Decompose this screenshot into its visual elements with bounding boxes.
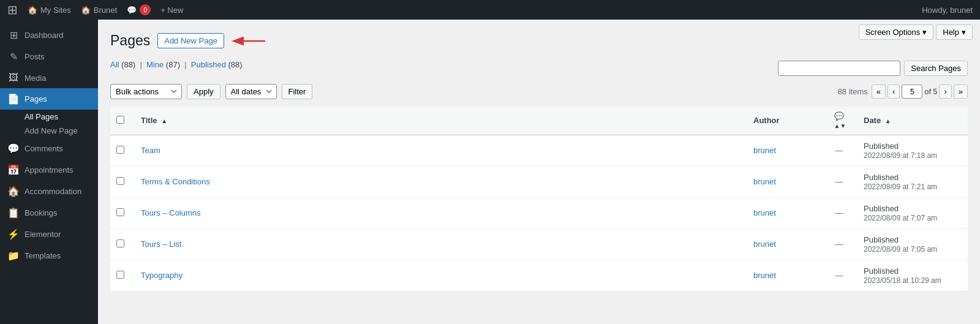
comment-count: — [835, 208, 843, 217]
sidebar-item-media[interactable]: 🖼 Media [0, 67, 98, 88]
row-checkbox-cell [110, 260, 135, 291]
adminbar-new[interactable]: + New [160, 6, 183, 15]
status-date: 2022/08/09 at 7:05 am [864, 245, 937, 254]
table-row: Tours – Columns brunet — Published 2022/… [110, 197, 968, 228]
sidebar-item-appointments[interactable]: 📅 Appointments [0, 159, 98, 181]
help-button[interactable]: Help ▾ [936, 24, 973, 40]
page-title-link[interactable]: Terms & Conditions [141, 177, 210, 186]
filter-published-count: (88) [228, 60, 243, 69]
items-count: 88 items [838, 87, 868, 96]
total-pages: 5 [933, 87, 937, 96]
pagination: « ‹ of 5 › » [872, 85, 968, 99]
adminbar-howdy: Howdy, brunet [922, 6, 973, 15]
row-checkbox-cell [110, 135, 135, 166]
status-text: Published [864, 235, 899, 244]
sidebar-item-bookings[interactable]: 📋 Bookings [0, 202, 98, 224]
actions-bar: Bulk actions Edit Move to Trash Apply Al… [110, 84, 968, 99]
last-page-button[interactable]: » [954, 85, 968, 99]
table-header-title[interactable]: Title ▲ [135, 107, 747, 135]
adminbar-site[interactable]: 🏠 Brunet [81, 6, 117, 15]
table-row: Team brunet — Published 2022/08/09 at 7:… [110, 135, 968, 166]
date-filter-select[interactable]: All dates [225, 84, 277, 99]
row-date-cell: Published 2022/08/09 at 7:21 am [858, 166, 968, 197]
status-date: 2023/05/18 at 10:29 am [864, 276, 941, 285]
bookings-icon: 📋 [7, 207, 20, 219]
row-date-cell: Published 2022/08/09 at 7:07 am [858, 197, 968, 228]
date-sort-label: Date [864, 116, 881, 125]
page-title-link[interactable]: Tours – Columns [141, 208, 201, 217]
sidebar-sub-add-new-page[interactable]: Add New Page [0, 124, 98, 138]
comment-count: — [835, 271, 843, 280]
sidebar-sub-all-pages[interactable]: All Pages [0, 110, 98, 124]
row-checkbox[interactable] [116, 146, 124, 154]
page-title-link[interactable]: Tours – List [141, 239, 181, 249]
page-number-input[interactable] [902, 85, 922, 99]
status-date: 2022/08/09 at 7:21 am [864, 183, 937, 191]
search-pages-button[interactable]: Search Pages [904, 61, 968, 76]
first-page-button[interactable]: « [872, 85, 886, 99]
sidebar-item-elementor[interactable]: ⚡ Elementor [0, 224, 98, 245]
page-title: Pages [110, 32, 150, 50]
sidebar-item-pages[interactable]: 📄 Pages [0, 88, 98, 110]
adminbar-my-sites[interactable]: 🏠 My Sites [28, 6, 71, 15]
sidebar-item-label: Accommodation [24, 187, 81, 196]
row-checkbox[interactable] [116, 239, 124, 247]
elementor-icon: ⚡ [7, 228, 20, 240]
actions-right: 88 items « ‹ of 5 › » [838, 85, 968, 99]
wp-logo-icon[interactable]: ⊞ [7, 4, 18, 16]
appointments-icon: 📅 [7, 164, 20, 176]
row-title-cell: Typography [135, 260, 747, 291]
row-comments-cell: — [821, 135, 858, 166]
next-page-button[interactable]: › [939, 85, 951, 99]
sidebar-item-posts[interactable]: ✎ Posts [0, 46, 98, 67]
row-comments-cell: — [821, 166, 858, 197]
sidebar-item-label: Media [24, 73, 46, 83]
search-input[interactable] [778, 61, 900, 76]
sidebar-item-templates[interactable]: 📁 Templates [0, 245, 98, 266]
filter-published-link[interactable]: Published [191, 60, 226, 69]
adminbar-comments[interactable]: 💬 0 [127, 4, 151, 15]
apply-button[interactable]: Apply [187, 84, 221, 99]
sidebar-item-dashboard[interactable]: ⊞ Dashboard [0, 24, 98, 46]
title-sort-icon: ▲ [161, 118, 167, 124]
row-date-cell: Published 2023/05/18 at 10:29 am [858, 260, 968, 291]
home-icon: 🏠 [28, 6, 37, 15]
filter-all-link[interactable]: All [110, 60, 119, 69]
author-link[interactable]: brunet [753, 271, 776, 280]
select-all-checkbox[interactable] [116, 116, 124, 124]
author-link[interactable]: brunet [753, 239, 776, 249]
row-checkbox-cell [110, 166, 135, 197]
comments-count: 0 [140, 4, 151, 15]
row-date-cell: Published 2022/08/09 at 7:18 am [858, 135, 968, 166]
page-title-link[interactable]: Typography [141, 271, 183, 280]
row-checkbox[interactable] [116, 208, 124, 216]
filter-mine-link[interactable]: Mine [146, 60, 164, 69]
site-icon: 🏠 [81, 6, 91, 15]
prev-page-button[interactable]: ‹ [888, 85, 900, 99]
bulk-actions-select[interactable]: Bulk actions Edit Move to Trash [110, 84, 182, 99]
page-title-link[interactable]: Team [141, 146, 160, 155]
author-link[interactable]: brunet [753, 208, 776, 217]
sidebar-item-accommodation[interactable]: 🏠 Accommodation [0, 181, 98, 202]
status-text: Published [864, 173, 899, 182]
sidebar-item-label: Comments [24, 144, 63, 153]
row-checkbox[interactable] [116, 177, 124, 185]
row-author-cell: brunet [747, 135, 821, 166]
sidebar-item-comments[interactable]: 💬 Comments [0, 138, 98, 159]
screen-options-button[interactable]: Screen Options ▾ [859, 24, 934, 40]
row-author-cell: brunet [747, 197, 821, 228]
author-link[interactable]: brunet [753, 146, 776, 155]
chevron-down-icon: ▾ [922, 28, 927, 37]
table-header-date[interactable]: Date ▲ [858, 107, 968, 135]
table-header-author: Author [747, 107, 821, 135]
actions-left: Bulk actions Edit Move to Trash Apply Al… [110, 84, 312, 99]
site-label: Brunet [94, 6, 117, 15]
author-link[interactable]: brunet [753, 177, 776, 186]
table-header-comments[interactable]: 💬 ▲▼ [821, 107, 858, 135]
row-checkbox[interactable] [116, 271, 124, 279]
filter-button[interactable]: Filter [282, 84, 313, 99]
row-title-cell: Tours – List [135, 228, 747, 260]
add-new-page-button[interactable]: Add New Page [157, 33, 224, 48]
sidebar: ⊞ Dashboard ✎ Posts 🖼 Media 📄 Pages All … [0, 20, 98, 324]
screen-options-label: Screen Options [865, 28, 921, 37]
